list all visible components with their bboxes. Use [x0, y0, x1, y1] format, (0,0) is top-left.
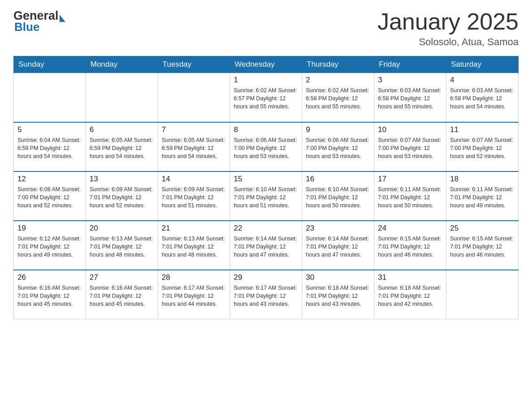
calendar-header-friday: Friday	[374, 56, 446, 73]
day-info: Sunrise: 6:13 AM Sunset: 7:01 PM Dayligh…	[90, 235, 154, 259]
calendar-header-saturday: Saturday	[446, 56, 519, 73]
day-info: Sunrise: 6:03 AM Sunset: 6:58 PM Dayligh…	[378, 86, 442, 111]
day-info: Sunrise: 6:14 AM Sunset: 7:01 PM Dayligh…	[306, 235, 370, 259]
day-info: Sunrise: 6:06 AM Sunset: 7:00 PM Dayligh…	[306, 136, 370, 160]
day-number: 1	[234, 76, 298, 85]
calendar-cell: 9Sunrise: 6:06 AM Sunset: 7:00 PM Daylig…	[302, 122, 374, 171]
calendar-week-row: 5Sunrise: 6:04 AM Sunset: 6:59 PM Daylig…	[14, 122, 519, 171]
calendar-cell: 14Sunrise: 6:09 AM Sunset: 7:01 PM Dayli…	[158, 171, 230, 221]
calendar-cell: 30Sunrise: 6:18 AM Sunset: 7:01 PM Dayli…	[302, 270, 374, 319]
calendar-header-sunday: Sunday	[14, 56, 86, 73]
calendar-cell: 28Sunrise: 6:17 AM Sunset: 7:01 PM Dayli…	[158, 270, 230, 319]
calendar-cell: 7Sunrise: 6:05 AM Sunset: 6:59 PM Daylig…	[158, 122, 230, 171]
calendar-cell: 17Sunrise: 6:11 AM Sunset: 7:01 PM Dayli…	[374, 171, 446, 221]
day-info: Sunrise: 6:07 AM Sunset: 7:00 PM Dayligh…	[450, 136, 515, 160]
calendar-cell: 1Sunrise: 6:02 AM Sunset: 6:57 PM Daylig…	[230, 73, 302, 122]
calendar-cell: 2Sunrise: 6:02 AM Sunset: 6:58 PM Daylig…	[302, 73, 374, 122]
day-number: 14	[162, 175, 226, 184]
day-info: Sunrise: 6:09 AM Sunset: 7:01 PM Dayligh…	[162, 185, 226, 210]
calendar-week-row: 19Sunrise: 6:12 AM Sunset: 7:01 PM Dayli…	[14, 221, 519, 270]
calendar-cell: 25Sunrise: 6:15 AM Sunset: 7:01 PM Dayli…	[446, 221, 519, 270]
calendar-cell: 20Sunrise: 6:13 AM Sunset: 7:01 PM Dayli…	[86, 221, 158, 270]
day-info: Sunrise: 6:07 AM Sunset: 7:00 PM Dayligh…	[378, 136, 442, 160]
day-number: 2	[306, 76, 370, 85]
logo-blue-text: Blue	[14, 20, 39, 34]
calendar-header-thursday: Thursday	[302, 56, 374, 73]
day-info: Sunrise: 6:16 AM Sunset: 7:01 PM Dayligh…	[90, 284, 154, 308]
day-number: 3	[378, 76, 442, 85]
day-info: Sunrise: 6:18 AM Sunset: 7:01 PM Dayligh…	[306, 284, 370, 308]
day-info: Sunrise: 6:15 AM Sunset: 7:01 PM Dayligh…	[378, 235, 442, 259]
day-info: Sunrise: 6:15 AM Sunset: 7:01 PM Dayligh…	[450, 235, 515, 259]
calendar-cell	[14, 73, 86, 122]
calendar-cell: 27Sunrise: 6:16 AM Sunset: 7:01 PM Dayli…	[86, 270, 158, 319]
title-section: January 2025 Solosolo, Atua, Samoa	[378, 9, 519, 48]
calendar-cell: 4Sunrise: 6:03 AM Sunset: 6:58 PM Daylig…	[446, 73, 519, 122]
calendar-header-row: SundayMondayTuesdayWednesdayThursdayFrid…	[14, 56, 519, 73]
day-number: 6	[90, 125, 154, 134]
day-number: 31	[378, 273, 442, 282]
day-number: 12	[17, 175, 82, 184]
day-number: 10	[378, 125, 442, 134]
day-info: Sunrise: 6:02 AM Sunset: 6:57 PM Dayligh…	[234, 86, 298, 111]
day-info: Sunrise: 6:16 AM Sunset: 7:01 PM Dayligh…	[17, 284, 82, 308]
calendar-cell: 23Sunrise: 6:14 AM Sunset: 7:01 PM Dayli…	[302, 221, 374, 270]
day-info: Sunrise: 6:17 AM Sunset: 7:01 PM Dayligh…	[234, 284, 298, 308]
day-number: 25	[450, 224, 515, 233]
calendar-cell: 31Sunrise: 6:18 AM Sunset: 7:01 PM Dayli…	[374, 270, 446, 319]
day-info: Sunrise: 6:09 AM Sunset: 7:01 PM Dayligh…	[90, 185, 154, 210]
day-number: 27	[90, 273, 154, 282]
calendar-cell: 15Sunrise: 6:10 AM Sunset: 7:01 PM Dayli…	[230, 171, 302, 221]
day-info: Sunrise: 6:13 AM Sunset: 7:01 PM Dayligh…	[162, 235, 226, 259]
day-number: 13	[90, 175, 154, 184]
calendar-header-wednesday: Wednesday	[230, 56, 302, 73]
day-number: 26	[17, 273, 82, 282]
day-info: Sunrise: 6:17 AM Sunset: 7:01 PM Dayligh…	[162, 284, 226, 308]
day-number: 9	[306, 125, 370, 134]
day-number: 23	[306, 224, 370, 233]
day-info: Sunrise: 6:06 AM Sunset: 7:00 PM Dayligh…	[234, 136, 298, 160]
day-number: 20	[90, 224, 154, 233]
calendar-table: SundayMondayTuesdayWednesdayThursdayFrid…	[13, 56, 519, 319]
calendar-cell: 13Sunrise: 6:09 AM Sunset: 7:01 PM Dayli…	[86, 171, 158, 221]
day-number: 8	[234, 125, 298, 134]
location-subtitle: Solosolo, Atua, Samoa	[378, 36, 519, 48]
calendar-week-row: 1Sunrise: 6:02 AM Sunset: 6:57 PM Daylig…	[14, 73, 519, 122]
day-info: Sunrise: 6:12 AM Sunset: 7:01 PM Dayligh…	[17, 235, 82, 259]
calendar-header-tuesday: Tuesday	[158, 56, 230, 73]
day-number: 16	[306, 175, 370, 184]
day-number: 17	[378, 175, 442, 184]
day-info: Sunrise: 6:02 AM Sunset: 6:58 PM Dayligh…	[306, 86, 370, 111]
day-info: Sunrise: 6:11 AM Sunset: 7:01 PM Dayligh…	[450, 185, 515, 210]
day-number: 19	[17, 224, 82, 233]
day-info: Sunrise: 6:04 AM Sunset: 6:59 PM Dayligh…	[17, 136, 82, 160]
calendar-cell: 8Sunrise: 6:06 AM Sunset: 7:00 PM Daylig…	[230, 122, 302, 171]
calendar-header-monday: Monday	[86, 56, 158, 73]
calendar-week-row: 26Sunrise: 6:16 AM Sunset: 7:01 PM Dayli…	[14, 270, 519, 319]
calendar-cell: 11Sunrise: 6:07 AM Sunset: 7:00 PM Dayli…	[446, 122, 519, 171]
day-number: 21	[162, 224, 226, 233]
calendar-cell: 12Sunrise: 6:08 AM Sunset: 7:00 PM Dayli…	[14, 171, 86, 221]
calendar-cell: 18Sunrise: 6:11 AM Sunset: 7:01 PM Dayli…	[446, 171, 519, 221]
calendar-cell: 6Sunrise: 6:05 AM Sunset: 6:59 PM Daylig…	[86, 122, 158, 171]
day-number: 24	[378, 224, 442, 233]
day-number: 11	[450, 125, 515, 134]
day-number: 7	[162, 125, 226, 134]
day-info: Sunrise: 6:05 AM Sunset: 6:59 PM Dayligh…	[90, 136, 154, 160]
calendar-cell: 19Sunrise: 6:12 AM Sunset: 7:01 PM Dayli…	[14, 221, 86, 270]
day-info: Sunrise: 6:14 AM Sunset: 7:01 PM Dayligh…	[234, 235, 298, 259]
calendar-cell: 10Sunrise: 6:07 AM Sunset: 7:00 PM Dayli…	[374, 122, 446, 171]
day-info: Sunrise: 6:18 AM Sunset: 7:01 PM Dayligh…	[378, 284, 442, 308]
day-info: Sunrise: 6:08 AM Sunset: 7:00 PM Dayligh…	[17, 185, 82, 210]
day-info: Sunrise: 6:03 AM Sunset: 6:58 PM Dayligh…	[450, 86, 515, 111]
day-info: Sunrise: 6:10 AM Sunset: 7:01 PM Dayligh…	[306, 185, 370, 210]
day-number: 4	[450, 76, 515, 85]
day-number: 18	[450, 175, 515, 184]
calendar-cell: 5Sunrise: 6:04 AM Sunset: 6:59 PM Daylig…	[14, 122, 86, 171]
day-number: 30	[306, 273, 370, 282]
calendar-cell	[158, 73, 230, 122]
day-number: 29	[234, 273, 298, 282]
logo-chevron-icon	[60, 15, 65, 22]
day-info: Sunrise: 6:05 AM Sunset: 6:59 PM Dayligh…	[162, 136, 226, 160]
calendar-cell	[86, 73, 158, 122]
